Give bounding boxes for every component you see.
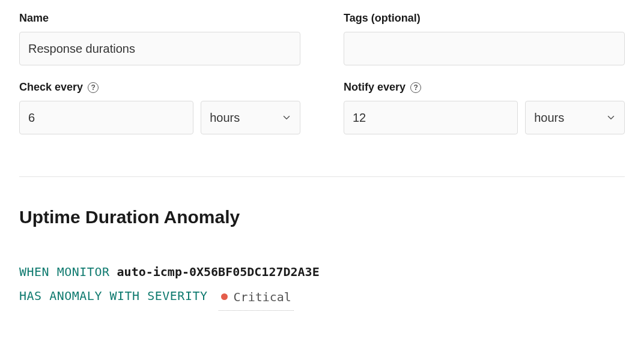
notify-every-unit-select[interactable]: hours xyxy=(525,101,625,134)
name-input[interactable] xyxy=(19,32,300,65)
name-label: Name xyxy=(19,12,300,25)
query-line-severity: HAS ANOMALY WITH SEVERITY Critical xyxy=(19,284,625,311)
monitor-id-value: auto-icmp-0X56BF05DC127D2A3E xyxy=(117,265,320,279)
severity-value: Critical xyxy=(234,285,291,309)
tags-label: Tags (optional) xyxy=(344,12,625,25)
help-icon[interactable]: ? xyxy=(410,82,421,93)
check-every-label: Check every ? xyxy=(19,81,300,94)
when-monitor-keyword: WHEN MONITOR xyxy=(19,265,110,279)
check-every-unit-value: hours xyxy=(210,111,240,125)
has-anomaly-keyword: HAS ANOMALY WITH SEVERITY xyxy=(19,289,208,303)
tags-input[interactable] xyxy=(344,32,625,65)
check-every-label-text: Check every xyxy=(19,81,83,94)
check-every-unit-select[interactable]: hours xyxy=(201,101,300,134)
notify-every-field: Notify every ? hours xyxy=(344,81,625,134)
section-divider xyxy=(19,176,625,177)
tags-field: Tags (optional) xyxy=(344,12,625,65)
notify-every-value-input[interactable] xyxy=(344,101,518,134)
notify-every-label: Notify every ? xyxy=(344,81,625,94)
query-line-monitor: WHEN MONITOR auto-icmp-0X56BF05DC127D2A3… xyxy=(19,260,625,284)
query-builder: WHEN MONITOR auto-icmp-0X56BF05DC127D2A3… xyxy=(19,260,625,311)
severity-select[interactable]: Critical xyxy=(219,285,294,311)
check-every-field: Check every ? hours xyxy=(19,81,300,134)
notify-every-unit-value: hours xyxy=(534,111,564,125)
name-field: Name xyxy=(19,12,300,65)
section-heading: Uptime Duration Anomaly xyxy=(19,207,625,227)
check-every-value-input[interactable] xyxy=(19,101,193,134)
help-icon[interactable]: ? xyxy=(88,82,99,93)
notify-every-label-text: Notify every xyxy=(344,81,406,94)
severity-dot-icon xyxy=(221,293,228,300)
